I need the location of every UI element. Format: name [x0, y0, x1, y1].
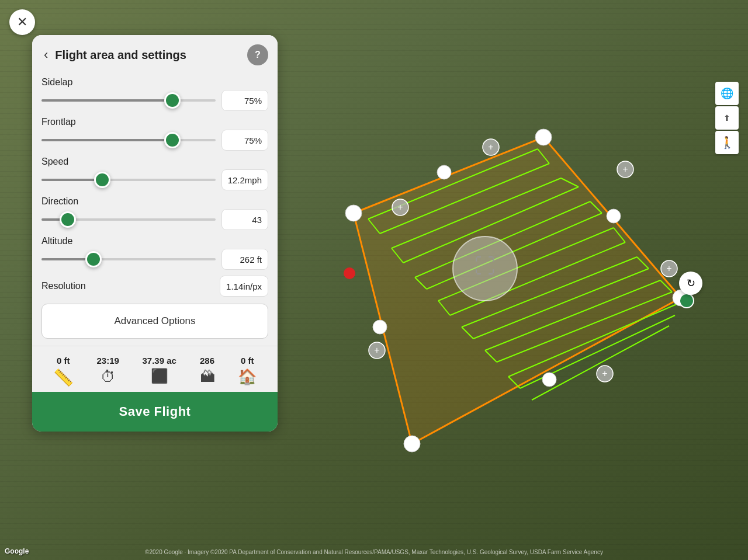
globe-button[interactable]: 🌐 — [715, 82, 739, 105]
svg-point-32 — [535, 129, 552, 145]
speed-slider-wrapper[interactable] — [41, 174, 216, 186]
resolution-row: Resolution 1.14in/px — [41, 276, 268, 297]
compass-button[interactable]: ⬆ — [715, 106, 739, 130]
images-icon: 🏔 — [200, 368, 215, 386]
map-attribution: ©2020 Google · Imagery ©2020 PA Departme… — [145, 549, 603, 555]
frontlap-slider-wrapper[interactable] — [41, 134, 216, 146]
sidelap-row: Sidelap 75% — [41, 77, 268, 111]
direction-value: 43 — [221, 209, 268, 230]
panel-content: Sidelap 75% Frontlap — [32, 72, 278, 392]
svg-point-31 — [345, 205, 362, 221]
sidelap-control: 75% — [41, 90, 268, 111]
svg-point-38 — [373, 320, 387, 334]
altitude-label: Altitude — [41, 236, 268, 246]
svg-marker-0 — [354, 137, 681, 444]
frontlap-label: Frontlap — [41, 117, 268, 127]
side-panel: ‹ Flight area and settings ? Sidelap 75%… — [32, 35, 278, 432]
resolution-label: Resolution — [41, 281, 220, 291]
svg-text:+: + — [622, 164, 628, 174]
speed-label: Speed — [41, 156, 268, 167]
speed-value: 12.2mph — [221, 169, 268, 190]
close-button[interactable]: ✕ — [9, 9, 35, 35]
frontlap-control: 75% — [41, 130, 268, 151]
stats-divider — [32, 346, 278, 346]
stat-time-value: 23:19 — [96, 356, 119, 366]
svg-point-52 — [680, 294, 694, 308]
frontlap-row: Frontlap 75% — [41, 117, 268, 151]
stat-images-value: 286 — [200, 356, 214, 366]
home-icon: 🏠 — [238, 368, 257, 386]
sidelap-label: Sidelap — [41, 77, 268, 88]
svg-point-35 — [437, 165, 451, 179]
resolution-value: 1.14in/px — [220, 276, 268, 297]
direction-slider-wrapper[interactable] — [41, 214, 216, 225]
sidelap-value: 75% — [221, 90, 268, 111]
direction-row: Direction 43 — [41, 196, 268, 230]
svg-text:+: + — [602, 368, 607, 378]
stat-area: 37.39 ac ⬛ — [142, 356, 176, 387]
map-controls: 🌐 ⬆ 🚶 — [715, 82, 739, 154]
svg-text:+: + — [488, 142, 493, 152]
time-icon: ⏱ — [101, 368, 116, 386]
direction-label: Direction — [41, 196, 268, 207]
speed-control: 12.2mph — [41, 169, 268, 190]
google-logo: Google — [5, 547, 29, 555]
svg-point-37 — [542, 373, 556, 387]
area-icon: ⬛ — [151, 368, 168, 384]
altitude-row: Altitude 262 ft — [41, 236, 268, 270]
svg-text:+: + — [666, 263, 671, 273]
svg-point-51 — [344, 267, 355, 279]
stat-altitude-value: 0 ft — [57, 356, 70, 366]
rotate-button[interactable]: ↻ — [679, 272, 702, 295]
svg-point-34 — [404, 436, 420, 452]
svg-text:⛶: ⛶ — [475, 254, 496, 278]
stat-distance: 0 ft 🏠 — [238, 356, 257, 387]
stat-images: 286 🏔 — [200, 356, 215, 387]
frontlap-value: 75% — [221, 130, 268, 151]
advanced-options-button[interactable]: Advanced Options — [41, 304, 268, 339]
svg-point-36 — [607, 209, 621, 223]
altitude-icon: 📏 — [53, 368, 74, 387]
svg-text:+: + — [397, 202, 403, 212]
altitude-control: 262 ft — [41, 249, 268, 270]
streetview-button[interactable]: 🚶 — [715, 131, 739, 154]
stat-distance-value: 0 ft — [241, 356, 254, 366]
panel-header: ‹ Flight area and settings ? — [32, 35, 278, 72]
direction-control: 43 — [41, 209, 268, 230]
help-button[interactable]: ? — [247, 44, 268, 65]
stat-area-value: 37.39 ac — [142, 356, 176, 366]
speed-row: Speed 12.2mph — [41, 156, 268, 190]
altitude-value: 262 ft — [221, 249, 268, 270]
save-flight-button[interactable]: Save Flight — [32, 392, 278, 432]
back-button[interactable]: ‹ — [41, 48, 50, 61]
altitude-slider-wrapper[interactable] — [41, 253, 216, 265]
sidelap-slider-wrapper[interactable] — [41, 95, 216, 106]
stats-row: 0 ft 📏 23:19 ⏱ 37.39 ac ⬛ 286 🏔 0 ft 🏠 — [41, 353, 268, 392]
svg-text:+: + — [374, 345, 379, 355]
stat-time: 23:19 ⏱ — [96, 356, 119, 387]
stat-altitude: 0 ft 📏 — [53, 356, 74, 387]
panel-title: Flight area and settings — [55, 48, 243, 62]
